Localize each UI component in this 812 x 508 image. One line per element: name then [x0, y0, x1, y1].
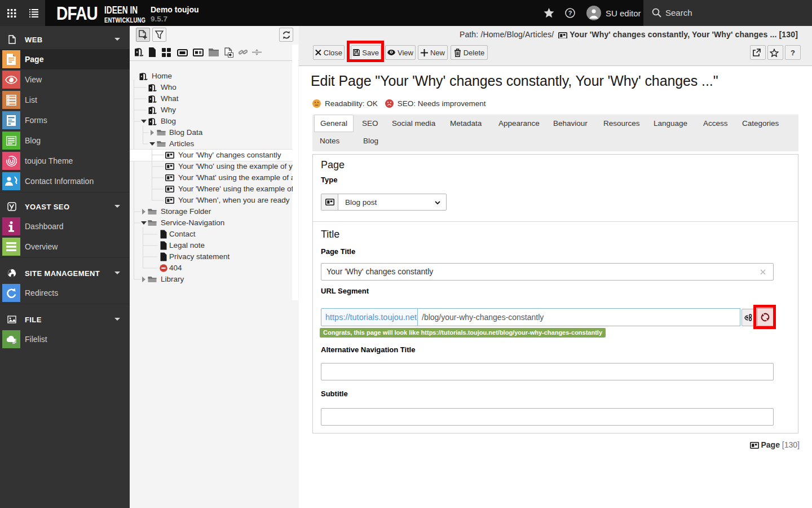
svg-text:?: ?	[568, 10, 572, 16]
